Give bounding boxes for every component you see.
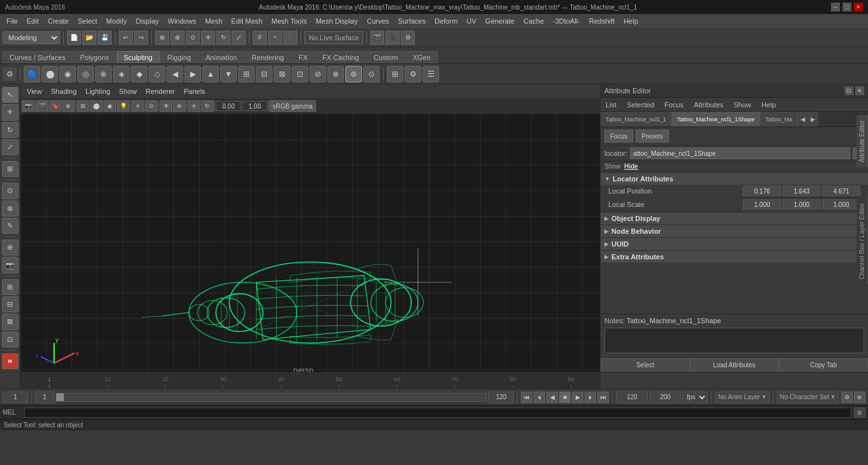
menu-3dtoa[interactable]: -3DtoAll-	[549, 16, 584, 26]
show-label[interactable]: Show	[604, 163, 620, 170]
select-bottom-btn[interactable]: Select	[601, 358, 690, 372]
sculpt-grid-btn[interactable]: ⊞	[387, 66, 403, 82]
rotate-btn[interactable]: ↻	[216, 31, 230, 45]
current-frame-input[interactable]	[3, 392, 28, 403]
render-btn[interactable]: 🎬	[370, 31, 384, 45]
vp-menu-lighting[interactable]: Lighting	[82, 86, 114, 96]
layer-btn-1[interactable]: ⊞	[2, 279, 19, 295]
command-input[interactable]	[24, 408, 851, 418]
paint-btn[interactable]: ⊙	[186, 31, 200, 45]
menu-file[interactable]: File	[3, 16, 22, 26]
menu-display[interactable]: Display	[132, 16, 163, 26]
workspace-dropdown[interactable]: Modeling	[3, 31, 60, 44]
attr-nav-attributes[interactable]: Attributes	[691, 100, 726, 110]
step-fwd-btn[interactable]: ⏵	[585, 392, 596, 403]
vp-value-input-1[interactable]	[216, 101, 241, 111]
layer-btn-2[interactable]: ⊟	[2, 296, 19, 312]
save-btn[interactable]: 💾	[98, 31, 112, 45]
menu-modify[interactable]: Modify	[102, 16, 130, 26]
local-scale-z[interactable]	[822, 199, 860, 210]
rotate-tool-btn[interactable]: ↻	[2, 122, 19, 138]
sculpt-btn-13[interactable]: ⊞	[238, 66, 255, 82]
vp-menu-show[interactable]: Show	[116, 86, 141, 96]
stop-btn[interactable]: ■	[559, 392, 571, 403]
tab-fx-caching[interactable]: FX Caching	[315, 51, 366, 63]
tab-fx[interactable]: FX	[292, 51, 315, 63]
sculpt-settings-btn[interactable]: ⚙	[405, 66, 421, 82]
node-behavior-header[interactable]: ▶ Node Behavior	[601, 225, 868, 237]
object-display-header[interactable]: ▶ Object Display	[601, 213, 868, 224]
vp-wireframe-btn[interactable]: ⊞	[77, 100, 89, 112]
sculpt-btn-16[interactable]: ⊡	[292, 66, 308, 82]
hide-label[interactable]: Hide	[624, 163, 638, 170]
tab-curves-surfaces[interactable]: Curves / Surfaces	[3, 51, 72, 63]
char-set-settings-btn[interactable]: ⚙	[841, 392, 853, 403]
local-scale-y[interactable]	[782, 199, 821, 210]
obj-tab-1[interactable]: Tattoo_Machine_ncl1_1	[601, 112, 672, 126]
tab-rendering[interactable]: Rendering	[244, 51, 291, 63]
open-btn[interactable]: 📂	[82, 31, 96, 45]
obj-tab-next-arrow[interactable]: ▶	[808, 112, 818, 126]
move-tool-btn[interactable]: ✛	[2, 104, 19, 120]
vp-xray-btn[interactable]: ⊙	[145, 100, 158, 112]
layer-btn-3[interactable]: ⊠	[2, 314, 19, 330]
locator-input[interactable]	[630, 148, 850, 159]
ae-float-btn[interactable]: ⊡	[844, 86, 853, 95]
menu-create[interactable]: Create	[44, 16, 73, 26]
menu-cache[interactable]: Cache	[520, 16, 548, 26]
anim-layer-dropdown[interactable]: ▼	[761, 394, 767, 400]
sculpt-btn-14[interactable]: ⊟	[256, 66, 273, 82]
menu-edit[interactable]: Edit	[23, 16, 43, 26]
close-btn[interactable]: ✕	[854, 3, 863, 11]
menu-select[interactable]: Select	[74, 16, 101, 26]
menu-surfaces[interactable]: Surfaces	[394, 16, 430, 26]
local-position-z[interactable]	[822, 186, 860, 196]
minimize-btn[interactable]: ─	[831, 3, 840, 11]
menu-mesh[interactable]: Mesh	[201, 16, 226, 26]
select-tool-btn[interactable]: ↖	[2, 87, 19, 103]
sculpt-btn-1[interactable]: 🔵	[24, 66, 40, 82]
scale-btn[interactable]: ⤢	[232, 31, 246, 45]
tab-sculpting[interactable]: Sculpting	[117, 51, 160, 63]
fps-dropdown[interactable]: fps	[682, 392, 708, 403]
attr-nav-list[interactable]: List	[603, 100, 619, 110]
vp-value-input-2[interactable]	[242, 101, 267, 111]
ae-side-tab[interactable]: Attribute Editor	[857, 115, 868, 167]
vp-color-space-btn[interactable]: sRGB gamma	[269, 100, 316, 112]
cmd-expand-btn[interactable]: ⊞	[854, 408, 865, 418]
char-set-dropdown[interactable]: ▼	[830, 394, 835, 400]
uuid-header[interactable]: ▶ UUID	[601, 238, 868, 250]
sculpt-btn-10[interactable]: ▶	[184, 66, 201, 82]
menu-redshift[interactable]: Redshift	[585, 16, 618, 26]
vp-pivot-btn[interactable]: ✛	[188, 100, 200, 112]
sculpt-btn-12[interactable]: ▼	[220, 66, 237, 82]
sculpt-btn-9[interactable]: ◀	[167, 66, 183, 82]
attr-nav-show[interactable]: Show	[731, 100, 754, 110]
display-settings-btn[interactable]: ⚙	[401, 31, 415, 45]
play-end-btn[interactable]: ⏭	[597, 392, 609, 403]
menu-curves[interactable]: Curves	[363, 16, 393, 26]
vp-light-btn[interactable]: 💡	[117, 100, 130, 112]
vp-grid-btn[interactable]: #	[131, 100, 144, 112]
timeline-ruler[interactable]: 1 10 20 30 40 50 60 70 80 90	[20, 372, 600, 388]
vp-menu-renderer[interactable]: Renderer	[142, 86, 179, 96]
snap-point-btn[interactable]: ·	[283, 31, 297, 45]
vp-hide-btn[interactable]: 👁	[160, 100, 172, 112]
undo-btn[interactable]: ↩	[119, 31, 133, 45]
tab-custom[interactable]: Custom	[367, 51, 405, 63]
tab-polygons[interactable]: Polygons	[73, 51, 116, 63]
sculpt-btn-20[interactable]: ⊙	[363, 66, 380, 82]
vp-film-btn[interactable]: 🎬	[35, 100, 48, 112]
local-scale-x[interactable]	[743, 199, 781, 210]
vp-sel-mask-btn[interactable]: ⊕	[62, 100, 75, 112]
sculpt-btn-4[interactable]: ◎	[77, 66, 94, 82]
sculpt-btn-5[interactable]: ⊕	[95, 66, 112, 82]
obj-tab-prev-arrow[interactable]: ◀	[798, 112, 808, 126]
sculpt-btn-19[interactable]: ⊛	[345, 66, 362, 82]
vp-menu-panels[interactable]: Panels	[180, 86, 209, 96]
menu-mesh-tools[interactable]: Mesh Tools	[267, 16, 310, 26]
maximize-btn[interactable]: □	[842, 3, 851, 11]
sculpt-btn-11[interactable]: ▲	[202, 66, 219, 82]
locator-attributes-header[interactable]: ▼ Locator Attributes	[601, 173, 868, 185]
ae-close-btn[interactable]: ✕	[855, 86, 864, 95]
